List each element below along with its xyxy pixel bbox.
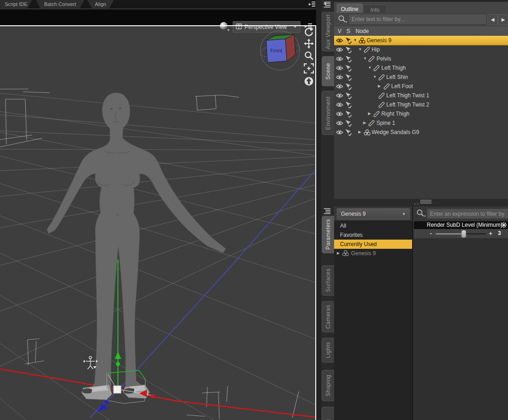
parameters-tree-item-genesis9[interactable]: ▶ Genesis 9 bbox=[334, 249, 412, 258]
increment-button[interactable]: + bbox=[487, 229, 494, 238]
horizontal-splitter[interactable] bbox=[321, 199, 508, 207]
selectable-cursor-icon[interactable] bbox=[345, 101, 352, 110]
column-visible[interactable]: V bbox=[338, 28, 341, 34]
tree-row-left-thigh[interactable]: ▼Left Thigh bbox=[334, 63, 508, 73]
selectable-cursor-icon[interactable] bbox=[345, 111, 352, 119]
node-label: Hip bbox=[372, 46, 380, 53]
search-options-caret-icon[interactable]: ▼ bbox=[345, 21, 348, 23]
tree-row-hip[interactable]: ▼Hip bbox=[334, 45, 508, 54]
side-tab-lights[interactable]: Lights bbox=[322, 338, 334, 363]
params-list-item-currently-used[interactable]: Currently Used bbox=[334, 240, 412, 249]
selectable-cursor-icon[interactable] bbox=[345, 120, 352, 128]
params-list-item-favorites[interactable]: Favorites bbox=[334, 230, 412, 240]
visibility-eye-icon[interactable] bbox=[336, 47, 343, 54]
node-label: Right Thigh bbox=[381, 111, 409, 117]
tab-script-ide[interactable]: Script IDE bbox=[0, 0, 32, 8]
tree-row-pelvis[interactable]: ▼Pelvis bbox=[334, 54, 508, 63]
tree-row-left-thigh-twist-2[interactable]: Left Thigh Twist 2 bbox=[334, 100, 508, 109]
collapse-icon[interactable]: ▼ bbox=[363, 56, 367, 61]
filter-prev-button[interactable]: ◀ bbox=[487, 14, 498, 25]
expand-icon[interactable]: ▶ bbox=[337, 249, 340, 258]
column-selectable[interactable]: S bbox=[346, 28, 350, 34]
visibility-eye-icon[interactable] bbox=[336, 84, 343, 91]
tree-row-left-shin[interactable]: ▼Left Shin bbox=[334, 73, 508, 82]
orbit-rotate-icon[interactable] bbox=[304, 27, 315, 38]
tree-row-spine-1[interactable]: ▶Spine 1 bbox=[334, 118, 508, 128]
splitter-grip[interactable] bbox=[420, 200, 431, 204]
slider-track[interactable] bbox=[435, 233, 486, 235]
selectable-cursor-icon[interactable] bbox=[345, 46, 352, 55]
list-item-label: Currently Used bbox=[340, 241, 377, 247]
pane-menu-icon[interactable] bbox=[308, 1, 316, 9]
visibility-eye-icon[interactable] bbox=[336, 93, 343, 100]
collapse-icon[interactable]: ▼ bbox=[373, 75, 377, 79]
tree-row-right-thigh[interactable]: ▶Right Thigh bbox=[334, 109, 508, 118]
visibility-eye-icon[interactable] bbox=[336, 129, 343, 137]
side-tab-scene[interactable]: Scene bbox=[322, 56, 334, 86]
view-cube[interactable]: Front bbox=[259, 31, 300, 70]
visibility-eye-icon[interactable] bbox=[336, 102, 343, 109]
visibility-eye-icon[interactable] bbox=[336, 111, 343, 118]
parameters-filter-row: ▼ bbox=[413, 207, 508, 221]
pan-icon[interactable] bbox=[304, 39, 315, 50]
tree-row-genesis-9[interactable]: ▼Genesis 9 bbox=[334, 36, 508, 45]
node-label: Pelvis bbox=[376, 56, 391, 62]
side-tab-g[interactable]: g bbox=[322, 407, 334, 420]
outline-filter-input[interactable] bbox=[348, 14, 487, 25]
collapse-icon[interactable]: ▼ bbox=[358, 47, 362, 51]
tab-align[interactable]: Align bbox=[87, 0, 114, 8]
visibility-eye-icon[interactable] bbox=[336, 120, 343, 128]
bone-icon bbox=[383, 83, 390, 91]
expand-icon[interactable]: ▶ bbox=[358, 130, 361, 134]
visibility-eye-icon[interactable] bbox=[336, 74, 343, 82]
visibility-eye-icon[interactable] bbox=[336, 38, 343, 45]
zoom-icon[interactable] bbox=[304, 50, 315, 62]
expand-icon[interactable]: ▶ bbox=[363, 121, 366, 125]
filter-next-button[interactable]: ▶ bbox=[498, 14, 508, 25]
viewport-3d-scene[interactable]: Front bbox=[0, 25, 317, 420]
tree-row-wedge-sandals-g9[interactable]: ▶Wedge Sandals G9 bbox=[334, 128, 508, 137]
panel-gutter bbox=[316, 0, 321, 420]
tree-row-left-foot[interactable]: ▶Left Foot bbox=[334, 82, 508, 91]
side-tab-cameras[interactable]: Cameras bbox=[322, 301, 334, 332]
active-viewport-border-top bbox=[0, 25, 316, 26]
slider-handle[interactable] bbox=[461, 230, 466, 238]
top-dock-menu-icon[interactable] bbox=[323, 1, 331, 10]
selectable-cursor-icon[interactable] bbox=[345, 56, 352, 64]
side-tab-aux-viewport[interactable]: Aux Viewport bbox=[322, 12, 334, 51]
selectable-cursor-icon[interactable] bbox=[345, 83, 352, 91]
view-cube-right bbox=[285, 34, 296, 61]
selectable-cursor-icon[interactable] bbox=[345, 65, 352, 73]
side-tab-label: Lights bbox=[325, 342, 331, 358]
expand-icon[interactable]: ▶ bbox=[378, 84, 381, 88]
visibility-eye-icon[interactable] bbox=[336, 65, 343, 73]
decrement-button[interactable]: - bbox=[428, 229, 434, 238]
tab-batch-convert[interactable]: Batch Convert bbox=[36, 0, 84, 8]
parameters-scope-dropdown[interactable]: Genesis 9 ▼ bbox=[337, 208, 410, 219]
scene-tree: ▼Genesis 9▼Hip▼Pelvis▼Left Thigh▼Left Sh… bbox=[334, 36, 508, 199]
column-node[interactable]: Node bbox=[356, 28, 369, 34]
selectable-cursor-icon[interactable] bbox=[345, 74, 352, 82]
bone-icon bbox=[363, 46, 370, 55]
collapse-icon[interactable]: ▼ bbox=[353, 38, 357, 42]
search-options-caret-icon[interactable]: ▼ bbox=[424, 215, 426, 218]
side-tab-label: Cameras bbox=[325, 305, 331, 329]
expand-icon[interactable]: ▶ bbox=[368, 112, 371, 116]
tree-row-left-thigh-twist-1[interactable]: Left Thigh Twist 1 bbox=[334, 91, 508, 100]
collapse-icon[interactable]: ▼ bbox=[368, 66, 372, 70]
side-tab-surfaces[interactable]: Surfaces bbox=[322, 265, 334, 296]
side-tab-shaping[interactable]: Shaping bbox=[322, 370, 334, 401]
parameters-filter-input[interactable] bbox=[427, 208, 508, 219]
visibility-eye-icon[interactable] bbox=[336, 56, 343, 63]
frame-icon[interactable] bbox=[304, 63, 315, 74]
parameters-nav-column: Genesis 9 ▼ AllFavoritesCurrently Used ▶… bbox=[334, 207, 412, 420]
selectable-cursor-icon[interactable] bbox=[345, 92, 352, 101]
selectable-cursor-icon[interactable] bbox=[345, 129, 352, 137]
node-label: Left Shin bbox=[386, 74, 408, 80]
side-tab-environment[interactable]: Environment bbox=[322, 91, 334, 135]
chevron-down-icon: ▼ bbox=[402, 212, 406, 216]
aim-up-icon[interactable] bbox=[304, 76, 315, 87]
selectable-cursor-icon[interactable] bbox=[345, 37, 352, 45]
params-list-item-all[interactable]: All bbox=[334, 221, 412, 230]
side-tab-parameters[interactable]: Parameters bbox=[322, 216, 334, 253]
